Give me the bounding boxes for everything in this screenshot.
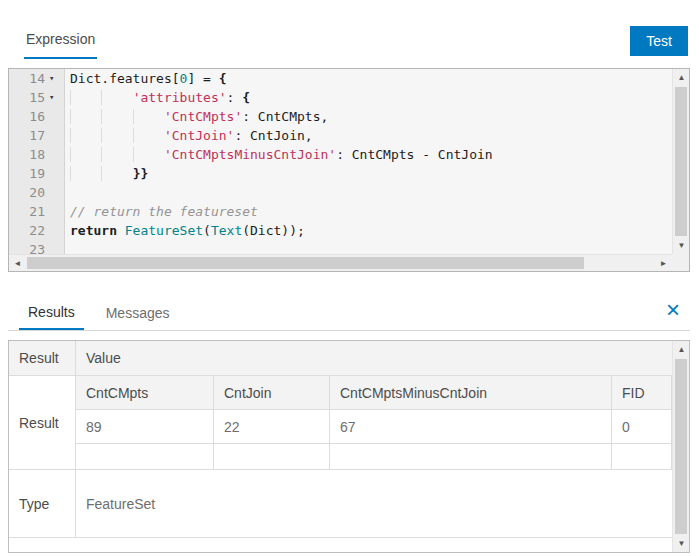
field-header-cntcmpts: CntCMpts [76,376,214,409]
code-token-brace: { [219,71,227,86]
editor-vscroll-thumb[interactable] [675,87,687,236]
featureset-table: CntCMpts CntJoin CntCMptsMinusCntJoin FI… [76,376,672,469]
code-line[interactable]: 15▾ 'attributes': { [9,88,672,107]
fold-icon[interactable]: ▾ [49,88,64,107]
results-vscroll-thumb[interactable] [675,359,687,534]
result-row-label: Result [9,376,76,469]
type-row-label: Type [9,470,76,537]
code-token-plain: : CntCMpts, [242,109,328,124]
code-token-indent [70,147,101,162]
code-token-str: 'attributes' [133,90,227,105]
gutter-cell: 23 [9,240,65,254]
field-header-fid: FID [612,376,672,409]
code-line-text: 'CntCMptsMinusCntJoin': CntCMpts - CntJo… [65,145,672,164]
code-line[interactable]: 23 [9,240,672,254]
code-token-indent [133,147,164,162]
code-line-text: return FeatureSet(Text(Dict)); [65,221,672,240]
code-token-plain: ] = [187,71,218,86]
code-editor[interactable]: 14▾Dict.features[0] = {15▾ 'attributes':… [8,68,690,272]
code-token-indent [133,128,164,143]
featureset-header-row: CntCMpts CntJoin CntCMptsMinusCntJoin FI… [76,376,672,410]
editor-horizontal-scrollbar[interactable]: ◄ ► [9,254,672,271]
code-token-func: FeatureSet [125,223,203,238]
scroll-right-icon[interactable]: ► [655,255,672,272]
fold-icon[interactable]: ▾ [49,69,64,88]
code-token-indent [70,109,101,124]
code-line-text: 'CntCMpts': CntCMpts, [65,107,672,126]
code-line[interactable]: 19 }} [9,164,672,183]
code-token-brace: { [242,90,250,105]
code-line-text: 'attributes': { [65,88,672,107]
gutter-cell: 18 [9,145,65,164]
fold-spacer [49,183,64,202]
tab-messages[interactable]: Messages [97,296,179,330]
code-token-indent [101,109,132,124]
results-panel: Result Value Result CntCMpts CntJoin Cnt… [8,340,690,553]
code-lines[interactable]: 14▾Dict.features[0] = {15▾ 'attributes':… [9,69,672,254]
results-tabbar: Results Messages × [8,296,690,331]
code-line[interactable]: 16 'CntCMpts': CntCMpts, [9,107,672,126]
scrollbar-corner [672,254,689,271]
line-number: 16 [9,107,49,126]
scroll-up-icon[interactable]: ▲ [673,341,690,358]
code-token-indent [101,128,132,143]
tab-results[interactable]: Results [19,296,84,330]
results-vertical-scrollbar[interactable]: ▲ ▼ [672,341,689,552]
code-line[interactable]: 20 [9,183,672,202]
code-line[interactable]: 21// return the featureset [9,202,672,221]
featureset-empty-row [76,444,672,469]
gutter-cell: 21 [9,202,65,221]
fold-spacer [49,126,64,145]
line-number: 19 [9,164,49,183]
editor-hscroll-thumb[interactable] [27,257,584,269]
field-header-cntjoin: CntJoin [214,376,330,409]
code-line[interactable]: 22return FeatureSet(Text(Dict)); [9,221,672,240]
fold-spacer [49,145,64,164]
expression-tabbar: Expression Test [0,0,699,62]
empty-cell [612,444,672,469]
arcade-expression-builder: Expression Test 14▾Dict.features[0] = {1… [0,0,699,556]
fold-spacer [49,202,64,221]
empty-cell [330,444,612,469]
test-button[interactable]: Test [630,26,688,56]
code-token-indent [70,128,101,143]
code-token-plain: : CntJoin, [234,128,312,143]
value-cntjoin: 22 [214,410,330,443]
scroll-left-icon[interactable]: ◄ [9,255,26,272]
code-token-indent [70,166,101,181]
value-cntcmpts: 89 [76,410,214,443]
editor-vertical-scrollbar[interactable]: ▲ ▼ [672,69,689,254]
code-token-indent [70,90,101,105]
scroll-up-icon[interactable]: ▲ [673,69,690,86]
line-number: 23 [9,240,49,254]
code-line-text: 'CntJoin': CntJoin, [65,126,672,145]
fold-spacer [49,164,64,183]
code-token-comment: // return the featureset [70,204,258,219]
code-line-text: Dict.features[0] = { [65,69,672,88]
code-token-func: Text [211,223,242,238]
gutter-cell: 17 [9,126,65,145]
results-table: Result Value Result CntCMpts CntJoin Cnt… [9,341,672,552]
value-fid: 0 [612,410,672,443]
code-token-plain: : CntCMpts - CntJoin [336,147,493,162]
gutter-cell: 22 [9,221,65,240]
empty-cell [214,444,330,469]
results-header-row: Result Value [9,341,672,376]
close-icon[interactable]: × [662,294,684,326]
code-line[interactable]: 14▾Dict.features[0] = { [9,69,672,88]
code-line[interactable]: 18 'CntCMptsMinusCntJoin': CntCMpts - Cn… [9,145,672,164]
code-line[interactable]: 17 'CntJoin': CntJoin, [9,126,672,145]
fold-spacer [49,240,64,254]
code-token-plain: Dict.features[ [70,71,180,86]
tab-expression[interactable]: Expression [24,31,97,59]
scroll-down-icon[interactable]: ▼ [673,237,690,254]
code-token-indent [101,166,132,181]
code-token-indent [101,147,132,162]
gutter-cell: 14▾ [9,69,65,88]
result-row-value: CntCMpts CntJoin CntCMptsMinusCntJoin FI… [76,376,672,469]
scroll-down-icon[interactable]: ▼ [673,535,690,552]
gutter-cell: 15▾ [9,88,65,107]
code-line-text: }} [65,164,672,183]
code-token-indent [101,90,132,105]
line-number: 18 [9,145,49,164]
